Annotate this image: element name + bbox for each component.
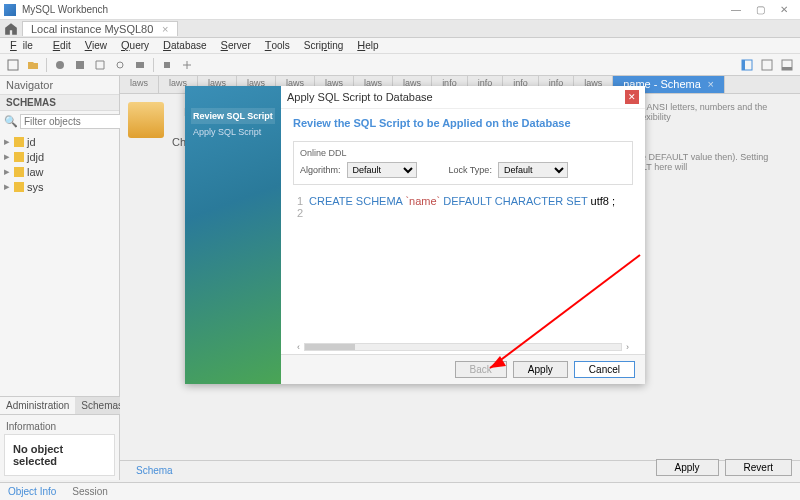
menu-edit[interactable]: Edit	[47, 38, 77, 53]
line-number-1: 1	[293, 195, 309, 207]
maximize-button[interactable]: ▢	[748, 4, 772, 15]
search-icon: 🔍	[4, 115, 18, 128]
online-ddl-legend: Online DDL	[300, 148, 626, 158]
navigator-title: Navigator	[6, 79, 53, 91]
new-sql-tab-button[interactable]	[4, 56, 22, 74]
connection-tab-label: Local instance MySQL80	[31, 23, 153, 35]
tab-session[interactable]: Session	[64, 483, 116, 500]
tb-btn-6[interactable]	[111, 56, 129, 74]
svg-point-3	[117, 62, 123, 68]
doctab-0[interactable]: laws	[120, 76, 159, 93]
menu-server[interactable]: Server	[215, 38, 257, 53]
navigator-panel: Navigator SCHEMAS 🔍 ▸jd ▸jdjd ▸law ▸sys …	[0, 76, 120, 480]
dialog-close-button[interactable]: ✕	[625, 90, 639, 104]
information-header: Information	[4, 419, 115, 434]
menu-query[interactable]: Query	[115, 38, 155, 53]
toolbar	[0, 54, 800, 76]
schemas-section-label: SCHEMAS	[0, 94, 119, 111]
svg-rect-4	[136, 62, 144, 68]
tb-btn-7[interactable]	[131, 56, 149, 74]
algorithm-select[interactable]: Default	[347, 162, 417, 178]
editor-revert-button[interactable]: Revert	[725, 459, 792, 476]
dialog-title: Apply SQL Script to Database	[287, 91, 625, 103]
step-review: Review SQL Script	[191, 108, 275, 124]
locktype-select[interactable]: Default	[498, 162, 568, 178]
tb-btn-5[interactable]	[91, 56, 109, 74]
scroll-left-icon[interactable]: ‹	[293, 342, 304, 352]
schema-icon	[128, 102, 164, 138]
tb-btn-8[interactable]	[158, 56, 176, 74]
connection-tab-close[interactable]: ×	[162, 23, 168, 35]
schema-tree: ▸jd ▸jdjd ▸law ▸sys	[0, 132, 119, 196]
menu-database[interactable]: Database	[157, 38, 213, 53]
tb-btn-3[interactable]	[51, 56, 69, 74]
svg-rect-9	[782, 67, 792, 70]
minimize-button[interactable]: —	[724, 4, 748, 15]
tb-btn-4[interactable]	[71, 56, 89, 74]
information-body: No object selected	[4, 434, 115, 476]
doctab-close-icon[interactable]: ×	[707, 78, 713, 90]
svg-point-1	[56, 61, 64, 69]
sql-preview[interactable]: 1 CREATE SCHEMA `name` DEFAULT CHARACTER…	[293, 191, 633, 223]
scroll-right-icon[interactable]: ›	[622, 342, 633, 352]
algorithm-label: Algorithm:	[300, 165, 341, 175]
information-panel: Information No object selected	[0, 414, 119, 480]
menubar: File Edit View Query Database Server Too…	[0, 38, 800, 54]
menu-help[interactable]: Help	[351, 38, 384, 53]
menu-tools[interactable]: Tools	[259, 38, 296, 53]
window-title: MySQL Workbench	[22, 4, 724, 15]
schema-item-sys[interactable]: ▸sys	[4, 179, 115, 194]
horizontal-scrollbar[interactable]: ‹ ›	[281, 340, 645, 354]
cancel-button[interactable]: Cancel	[574, 361, 635, 378]
home-icon	[4, 22, 18, 36]
line-number-2: 2	[293, 207, 309, 219]
schema-item-jdjd[interactable]: ▸jdjd	[4, 149, 115, 164]
window-titlebar: MySQL Workbench — ▢ ✕	[0, 0, 800, 20]
svg-rect-7	[762, 60, 772, 70]
svg-rect-2	[76, 61, 84, 69]
dialog-sidebar: Review SQL Script Apply SQL Script	[185, 86, 281, 384]
tab-schema[interactable]: Schema	[126, 463, 183, 478]
menu-scripting[interactable]: Scripting	[298, 38, 349, 53]
scroll-thumb[interactable]	[305, 344, 355, 350]
apply-button[interactable]: Apply	[513, 361, 568, 378]
navigator-tabs: Administration Schemas	[0, 396, 119, 414]
dialog-subheader: Review the SQL Script to be Applied on t…	[281, 109, 645, 137]
tb-btn-9[interactable]	[178, 56, 196, 74]
dialog-body: Apply SQL Script to Database ✕ Review th…	[281, 86, 645, 384]
tb-panel-toggle-3[interactable]	[778, 56, 796, 74]
tab-object-info[interactable]: Object Info	[0, 483, 64, 500]
app-icon	[4, 4, 16, 16]
svg-rect-0	[8, 60, 18, 70]
navigator-header: Navigator	[0, 76, 119, 94]
online-ddl-group: Online DDL Algorithm: Default Lock Type:…	[293, 141, 633, 185]
menu-view[interactable]: View	[79, 38, 113, 53]
tb-panel-toggle-1[interactable]	[738, 56, 756, 74]
open-sql-button[interactable]	[24, 56, 42, 74]
editor-action-buttons: Apply Revert	[656, 459, 792, 476]
svg-rect-6	[742, 60, 745, 70]
back-button: Back	[455, 361, 507, 378]
schema-item-law[interactable]: ▸law	[4, 164, 115, 179]
no-object-text: No object selected	[13, 443, 63, 467]
apply-script-dialog: Review SQL Script Apply SQL Script Apply…	[185, 86, 645, 384]
step-apply: Apply SQL Script	[191, 124, 275, 140]
schema-item-jd[interactable]: ▸jd	[4, 134, 115, 149]
tb-panel-toggle-2[interactable]	[758, 56, 776, 74]
tab-administration[interactable]: Administration	[0, 397, 75, 414]
menu-file[interactable]: File	[4, 38, 45, 53]
connection-tab[interactable]: Local instance MySQL80 ×	[22, 21, 178, 36]
locktype-label: Lock Type:	[449, 165, 492, 175]
home-tab[interactable]	[4, 22, 18, 36]
schema-filter: 🔍	[4, 114, 115, 129]
connection-tabbar: Local instance MySQL80 ×	[0, 20, 800, 38]
editor-apply-button[interactable]: Apply	[656, 459, 719, 476]
close-window-button[interactable]: ✕	[772, 4, 796, 15]
dialog-buttons: Back Apply Cancel	[281, 354, 645, 384]
footer-tabs: Object Info Session	[0, 482, 800, 500]
